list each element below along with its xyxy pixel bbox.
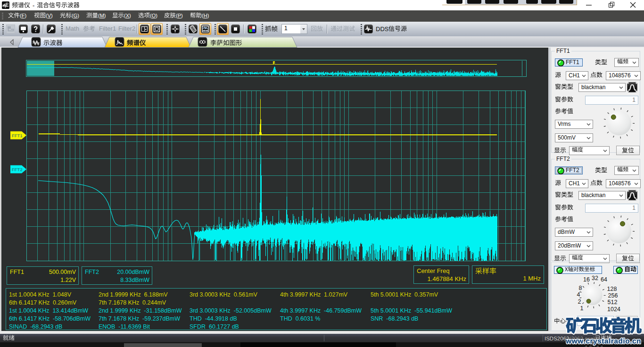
svg-text:FFT2: FFT2 — [12, 167, 23, 172]
svg-text:FFT1: FFT1 — [12, 133, 23, 138]
